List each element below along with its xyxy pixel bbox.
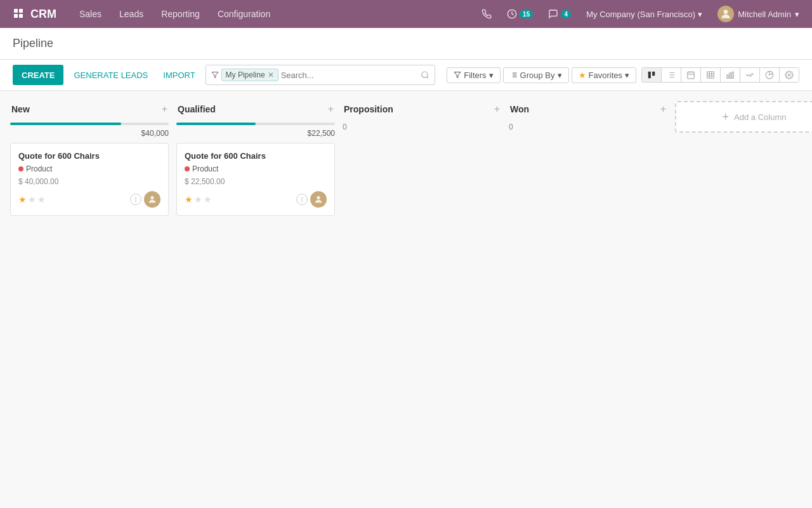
nav-reporting[interactable]: Reporting bbox=[154, 0, 207, 28]
activity-button[interactable]: 15 bbox=[502, 6, 538, 22]
avatar bbox=[717, 6, 734, 22]
col-title: Qualified bbox=[178, 104, 216, 114]
svg-rect-2 bbox=[14, 14, 18, 18]
top-navigation: CRM Sales Leads Reporting Configuration … bbox=[0, 0, 812, 28]
create-button[interactable]: CREATE bbox=[13, 65, 63, 85]
star-1[interactable]: ★ bbox=[194, 194, 202, 204]
col-count: 0 bbox=[343, 123, 501, 131]
star-1[interactable]: ★ bbox=[28, 194, 36, 204]
group-by-chevron: ▾ bbox=[558, 70, 562, 80]
card-menu-button[interactable] bbox=[130, 194, 141, 205]
col-add-button[interactable]: + bbox=[328, 104, 334, 115]
svg-point-40 bbox=[150, 196, 154, 199]
star-0[interactable]: ★ bbox=[185, 194, 193, 204]
group-by-button[interactable]: Group By ▾ bbox=[503, 67, 569, 83]
calendar-view-button[interactable] bbox=[681, 68, 701, 82]
page-header: Pipeline bbox=[0, 28, 812, 60]
card-tag: Product bbox=[18, 164, 160, 173]
user-menu[interactable]: Mitchell Admin ▾ bbox=[712, 6, 804, 22]
phone-button[interactable] bbox=[476, 6, 497, 22]
card-menu-button[interactable] bbox=[296, 194, 308, 205]
svg-point-37 bbox=[135, 197, 136, 198]
svg-rect-3 bbox=[19, 14, 23, 18]
svg-point-44 bbox=[317, 196, 320, 199]
company-selector[interactable]: My Company (San Francisco) ▾ bbox=[581, 10, 707, 19]
settings-view-button[interactable] bbox=[780, 68, 799, 82]
col-header: Won + bbox=[509, 101, 667, 117]
bar-graph-icon bbox=[726, 70, 735, 79]
rating-stars: ★★★ bbox=[18, 194, 46, 204]
star-0[interactable]: ★ bbox=[18, 194, 27, 204]
add-column-label: Add a Column bbox=[734, 112, 786, 122]
topnav-right-section: 15 4 My Company (San Francisco) ▾ Mitche… bbox=[476, 6, 804, 22]
line-graph-view-button[interactable] bbox=[740, 68, 760, 82]
kanban-col-proposition: Proposition + 0 bbox=[343, 101, 501, 131]
card-footer: ★★★ bbox=[18, 191, 160, 208]
card-amount: $ 40,000.00 bbox=[18, 177, 160, 186]
settings-icon bbox=[785, 70, 794, 79]
filter-icon bbox=[211, 71, 219, 79]
view-controls bbox=[641, 67, 799, 83]
favorites-label: Favorites bbox=[589, 70, 622, 80]
filters-button[interactable]: Filters ▾ bbox=[447, 67, 500, 83]
col-header: New + bbox=[10, 101, 169, 117]
pivot-icon bbox=[706, 70, 715, 79]
card-avatar bbox=[310, 191, 327, 208]
card-title: Quote for 600 Chairs bbox=[18, 151, 160, 161]
col-progress bbox=[176, 123, 335, 125]
col-title: Proposition bbox=[344, 104, 393, 114]
svg-rect-0 bbox=[14, 9, 18, 13]
star-2[interactable]: ★ bbox=[37, 194, 46, 204]
col-add-button[interactable]: + bbox=[494, 104, 500, 115]
nav-sales[interactable]: Sales bbox=[72, 0, 109, 28]
toolbar: CREATE GENERATE LEADS IMPORT My Pipeline… bbox=[0, 60, 812, 91]
col-add-button[interactable]: + bbox=[660, 104, 666, 115]
pivot-view-button[interactable] bbox=[701, 68, 721, 82]
search-input[interactable] bbox=[281, 70, 421, 80]
svg-point-42 bbox=[301, 199, 303, 200]
add-column-plus-icon: + bbox=[723, 110, 730, 124]
generate-leads-button[interactable]: GENERATE LEADS bbox=[69, 67, 153, 84]
add-column-button[interactable]: + Add a Column bbox=[675, 101, 812, 133]
favorites-button[interactable]: ★ Favorites ▾ bbox=[572, 67, 636, 83]
tag-dot bbox=[185, 166, 190, 171]
filters-label: Filters bbox=[464, 70, 486, 80]
kanban-card[interactable]: Quote for 600 Chairs Product $ 22,500.00… bbox=[176, 143, 335, 216]
svg-rect-34 bbox=[730, 73, 731, 78]
svg-point-5 bbox=[724, 10, 728, 14]
company-dropdown-icon: ▾ bbox=[698, 10, 702, 19]
calendar-icon bbox=[686, 70, 695, 79]
star-2[interactable]: ★ bbox=[204, 194, 212, 204]
kanban-card[interactable]: Quote for 600 Chairs Product $ 40,000.00… bbox=[10, 143, 169, 216]
svg-marker-9 bbox=[454, 72, 461, 78]
nav-leads[interactable]: Leads bbox=[112, 0, 151, 28]
col-header: Qualified + bbox=[176, 101, 335, 117]
app-logo[interactable]: CRM bbox=[30, 8, 56, 21]
card-amount: $ 22,500.00 bbox=[185, 177, 327, 186]
col-title: New bbox=[11, 104, 30, 114]
card-avatar bbox=[144, 191, 160, 208]
svg-point-7 bbox=[422, 72, 428, 77]
apps-grid-button[interactable] bbox=[8, 8, 30, 20]
group-by-label: Group By bbox=[520, 70, 555, 80]
kanban-view-button[interactable] bbox=[642, 68, 662, 82]
pie-view-button[interactable] bbox=[760, 68, 780, 82]
search-icon[interactable] bbox=[421, 70, 429, 79]
list-view-button[interactable] bbox=[662, 68, 681, 82]
page-title: Pipeline bbox=[13, 37, 53, 50]
filter-tag-label: My Pipeline bbox=[226, 70, 265, 79]
user-dropdown-icon: ▾ bbox=[795, 10, 799, 19]
user-name: Mitchell Admin bbox=[738, 10, 791, 19]
messages-button[interactable]: 4 bbox=[543, 6, 576, 22]
col-add-button[interactable]: + bbox=[162, 104, 167, 115]
col-amount: $22,500 bbox=[176, 129, 335, 138]
svg-line-8 bbox=[427, 77, 429, 79]
filter-tag-close[interactable]: ✕ bbox=[268, 70, 274, 79]
bar-graph-view-button[interactable] bbox=[721, 68, 740, 82]
svg-rect-1 bbox=[19, 9, 23, 13]
svg-point-41 bbox=[301, 197, 303, 198]
list-icon bbox=[667, 70, 676, 79]
nav-configuration[interactable]: Configuration bbox=[210, 0, 278, 28]
svg-point-43 bbox=[301, 201, 303, 202]
import-button[interactable]: IMPORT bbox=[158, 67, 200, 84]
